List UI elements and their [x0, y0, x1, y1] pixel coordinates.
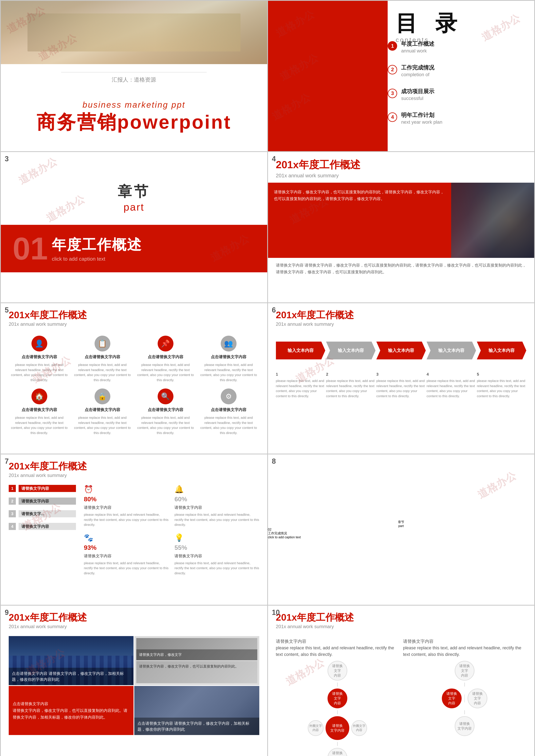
slide8-caption: click to add caption text: [268, 536, 301, 539]
stat-percent-0: 80%: [84, 496, 169, 503]
stat-icon-1: 🔔: [175, 485, 259, 494]
circle-col-title-right: 请替换文字内容 please replace this text, add an…: [403, 638, 526, 658]
watermark-s3-2: 道格办公: [44, 192, 88, 225]
arrow-item-4: 输入文本内容: [477, 342, 526, 360]
slide-1: 道格办公 道格办公 道格办公 business marketing ppt 商务…: [1, 1, 267, 151]
slide3-chapter-zh: 章节: [118, 182, 150, 201]
progress-item-0: 1 请替换文字内容: [9, 485, 76, 492]
progress-item-3: 4 请替换文字内容: [9, 523, 76, 530]
slide2-toc-list: 1 年度工作概述 annual work 2 工作完成情况 completion…: [380, 41, 526, 135]
arrow-item-1: 输入文本内容: [326, 342, 376, 360]
slide1-main-title: 商务营销powerpoint: [1, 110, 267, 135]
photo-sub-text-1: 请替换文字内容，修改文字: [136, 649, 257, 660]
slide4-page-num: 4: [272, 155, 276, 163]
icon-circle-7: ⚙: [221, 389, 237, 404]
slide-10: 10 201x年度工作概述 201x annual work summary 请…: [268, 606, 534, 756]
toc-num-4: 4: [388, 112, 397, 122]
slide7-stats: ⏰ 80% 请替换文字内容 please replace this text, …: [84, 485, 259, 576]
icon-circle-3: 👥: [221, 335, 237, 352]
stat-percent-2: 93%: [84, 544, 169, 551]
toc-text-4: 明年工作计划 next year work plan: [401, 112, 442, 126]
icon-desc-1: please replace this text, add and releva…: [74, 363, 131, 383]
slide8-chapter-zh: 章节: [398, 520, 404, 524]
stat-desc-0: please replace this text, add and releva…: [84, 512, 169, 527]
slide8-section-title: 工作完成情况: [268, 531, 534, 536]
slide10-page-num: 10: [272, 608, 280, 617]
circle-connector-v-r1: [465, 710, 465, 714]
progress-item-2: 3 请替换文字...: [9, 510, 76, 517]
slide5-title-zh: 201x年度工作概述: [9, 309, 259, 321]
slide4-header: 201x年度工作概述 201x annual work summary: [268, 152, 534, 183]
arrow-label-4: 输入文本内容: [489, 348, 515, 354]
icon-circle-6: 🔍: [157, 389, 174, 404]
slide6-page-num: 6: [272, 306, 276, 314]
toc-item-1: 1 年度工作概述 annual work: [388, 41, 526, 54]
slide-7: 7 201x年度工作概述 201x annual work summary 1 …: [1, 454, 267, 605]
progress-bar-3: 请替换文字内容: [18, 523, 76, 530]
slide1-subtitle-en: business marketing ppt: [1, 100, 267, 110]
watermark-3: 道格办公: [8, 60, 52, 64]
slide1-divider: [61, 72, 207, 73]
slide9-header: 201x年度工作概述 201x annual work summary: [1, 606, 267, 632]
slide10-circle-diagram: 请替换文字内容 please replace this text, add an…: [268, 632, 534, 756]
slide3-caption: click to add caption text: [52, 256, 142, 262]
circle-node-outer-left: 外圈文字内容: [308, 720, 324, 736]
circle-node-r0: 请替换文字内容: [455, 661, 474, 681]
toc-item-4: 4 明年工作计划 next year work plan: [388, 112, 526, 126]
icon-desc-6: please replace this text, add and releva…: [137, 415, 194, 435]
icon-item-1: 📋 点击请替换文字内容 please replace this text, ad…: [74, 335, 131, 383]
slide8-section-title-wrap: 工作完成情况 click to add caption text: [268, 531, 534, 539]
slide8-page-num: 8: [272, 457, 276, 465]
circle-node-r2: 请替换文字内容: [467, 688, 487, 708]
slide2-red-block: 道格办公 道格办公 道格办公: [268, 1, 388, 151]
slide7-header: 201x年度工作概述 201x annual work summary: [1, 454, 267, 481]
watermark-s3-1: 道格办公: [16, 154, 60, 188]
arrow-item-2: 输入文本内容: [377, 342, 426, 360]
progress-bar-0: 请替换文字内容: [18, 485, 76, 492]
circle-node-1: 请替换文字内容: [327, 688, 347, 708]
icon-desc-0: please replace this text, add and releva…: [11, 363, 68, 383]
stat-label-1: 请替换文字内容: [175, 505, 259, 510]
slide9-photo-grid: 点击请替换文字内容 请替换文字内容，修改文字内容，加相关标题，修改你的字体内容到…: [9, 636, 259, 735]
icon-desc-5: please replace this text, add and releva…: [74, 415, 131, 435]
progress-num-1: 2: [9, 498, 16, 505]
toc-text-3: 成功项目展示 successful: [401, 88, 434, 102]
slide3-chapter-en: part: [124, 201, 144, 213]
slide5-header: 201x年度工作概述 201x annual work summary: [1, 303, 267, 330]
watermark-s2-2: 道格办公: [277, 50, 321, 84]
icon-item-3: 👥 点击请替换文字内容 please replace this text, ad…: [200, 335, 257, 383]
stat-item-0: ⏰ 80% 请替换文字内容 please replace this text, …: [84, 485, 169, 527]
icon-circle-4: 🏠: [31, 389, 47, 404]
icon-label-5: 点击请替换文字内容: [85, 407, 120, 412]
slide9-title-en: 201x annual work summary: [9, 624, 259, 629]
icon-label-6: 点击请替换文字内容: [148, 407, 183, 412]
slide3-section-bar: 01 年度工作概述 click to add caption text: [1, 225, 267, 272]
icon-item-4: 🏠 点击请替换文字内容 please replace this text, ad…: [11, 389, 68, 435]
photo-overlay-1: 点击请替换文字内容 请替换文字内容，修改文字内容，加相关标题，修改你的字体内容到…: [9, 668, 133, 685]
stat-percent-1: 60%: [175, 496, 259, 503]
circle-flow-left: 请替换文字内容 请替换文字内容 外圈文字内容 请替换文字内容 外圈文字内容 请替…: [276, 661, 399, 756]
progress-num-3: 4: [9, 523, 16, 530]
slide10-title-en: 201x annual work summary: [276, 624, 526, 629]
stat-icon-0: ⏰: [84, 485, 169, 494]
circle-node-0: 请替换文字内容: [327, 661, 347, 681]
slide1-hero-image: 道格办公 道格办公 道格办公: [1, 1, 267, 64]
arrow-desc-1: 2 please replace this text, add and rele…: [326, 371, 376, 398]
slide7-title-en: 201x annual work summary: [9, 473, 259, 478]
stat-percent-3: 55%: [175, 544, 259, 551]
toc-text-1: 年度工作概述 annual work: [401, 41, 434, 54]
hands-image: [1, 1, 267, 64]
circle-node-outer-right: 外圈文字内容: [351, 720, 367, 736]
watermark-s2-1: 道格办公: [273, 7, 317, 41]
circle-connector-v-2: [337, 742, 338, 746]
photo-cell-4: 点击请替换文字内容 请替换文字内容，修改文字内容，加相关标题，修改你的字体内容到…: [134, 686, 259, 735]
slide4-title-zh: 201x年度工作概述: [276, 158, 526, 172]
icon-label-1: 点击请替换文字内容: [85, 354, 120, 360]
stat-item-2: 🐾 93% 请替换文字内容 please replace this text, …: [84, 533, 169, 576]
toc-en-4: next year work plan: [401, 119, 442, 126]
slide-2: 道格办公 道格办公 道格办公 目 录 contents 1 年度工作概述 ann…: [268, 1, 534, 151]
stat-desc-1: please replace this text, add and releva…: [175, 512, 259, 527]
circle-node-r1: 请替换文字内容: [442, 688, 462, 708]
slide6-arrow-row: 输入文本内容 输入文本内容 输入文本内容 输入文本内容 输入文本内容: [268, 330, 534, 371]
icon-desc-2: please replace this text, add and releva…: [137, 363, 194, 383]
